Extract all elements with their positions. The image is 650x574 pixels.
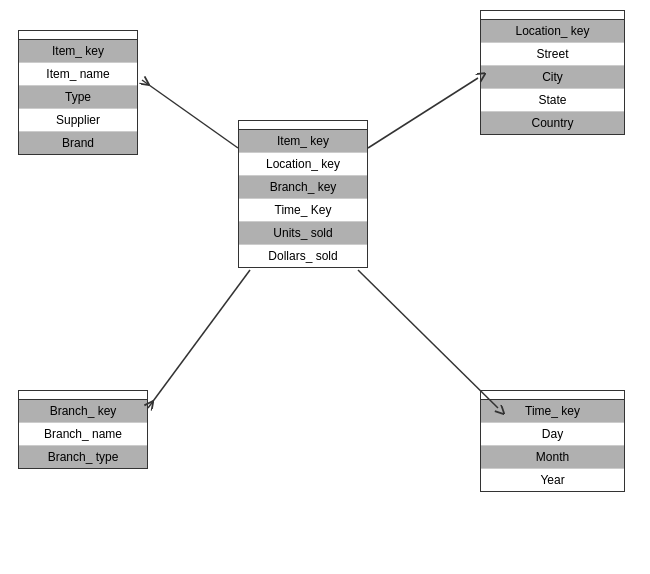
item-table: Item_ keyItem_ nameTypeSupplierBrand — [18, 30, 138, 155]
table-row: Month — [481, 446, 624, 469]
table-row: Type — [19, 86, 137, 109]
table-row: Year — [481, 469, 624, 491]
time-table-title — [481, 391, 624, 400]
table-row: Country — [481, 112, 624, 134]
time-table: Time_ keyDayMonthYear — [480, 390, 625, 492]
location-table: Location_ keyStreetCityStateCountry — [480, 10, 625, 135]
table-row: Item_ name — [19, 63, 137, 86]
table-row: Street — [481, 43, 624, 66]
svg-line-1 — [368, 78, 478, 148]
table-row: Time_ key — [481, 400, 624, 423]
table-row: Units_ sold — [239, 222, 367, 245]
svg-line-2 — [148, 270, 250, 408]
fact-table-title — [239, 121, 367, 130]
location-table-title — [481, 11, 624, 20]
item-table-title — [19, 31, 137, 40]
svg-line-0 — [142, 80, 238, 148]
table-row: Location_ key — [481, 20, 624, 43]
table-row: Time_ Key — [239, 199, 367, 222]
table-row: Supplier — [19, 109, 137, 132]
table-row: Day — [481, 423, 624, 446]
table-row: State — [481, 89, 624, 112]
table-row: Branch_ key — [19, 400, 147, 423]
table-row: Dollars_ sold — [239, 245, 367, 267]
branch-table-title — [19, 391, 147, 400]
table-row: Item_ key — [19, 40, 137, 63]
table-row: Branch_ type — [19, 446, 147, 468]
diagram-container: Item_ keyItem_ nameTypeSupplierBrand Ite… — [0, 0, 650, 574]
table-row: Item_ key — [239, 130, 367, 153]
fact-table: Item_ keyLocation_ keyBranch_ keyTime_ K… — [238, 120, 368, 268]
table-row: Brand — [19, 132, 137, 154]
svg-line-3 — [358, 270, 498, 408]
branch-table: Branch_ keyBranch_ nameBranch_ type — [18, 390, 148, 469]
table-row: City — [481, 66, 624, 89]
table-row: Branch_ name — [19, 423, 147, 446]
table-row: Location_ key — [239, 153, 367, 176]
table-row: Branch_ key — [239, 176, 367, 199]
